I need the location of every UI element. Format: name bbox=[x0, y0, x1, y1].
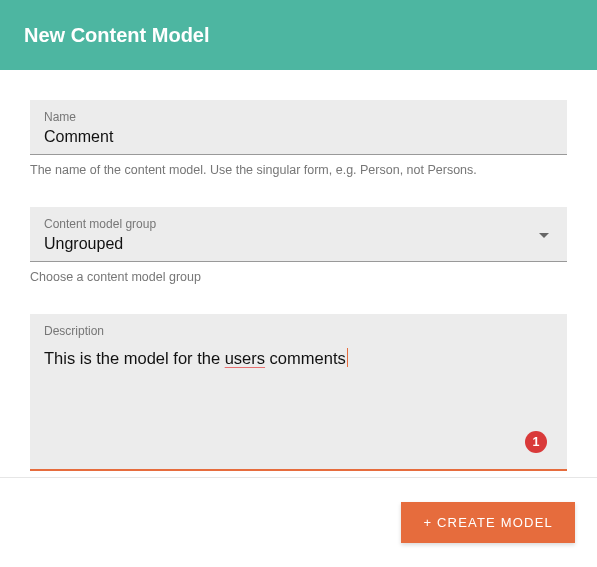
name-input-box[interactable]: Name bbox=[30, 100, 567, 155]
description-input-box[interactable]: Description This is the model for the us… bbox=[30, 314, 567, 471]
description-text-pre: This is the model for the bbox=[44, 349, 225, 367]
form-body: Name The name of the content model. Use … bbox=[0, 70, 597, 471]
group-value: Ungrouped bbox=[44, 235, 539, 253]
group-label: Content model group bbox=[44, 217, 539, 231]
description-label: Description bbox=[44, 324, 553, 338]
create-model-button[interactable]: + CREATE MODEL bbox=[401, 502, 575, 543]
text-cursor bbox=[347, 348, 348, 367]
name-helper: The name of the content model. Use the s… bbox=[30, 163, 567, 177]
name-label: Name bbox=[44, 110, 553, 124]
group-select[interactable]: Content model group Ungrouped bbox=[30, 207, 567, 262]
chevron-down-icon bbox=[539, 233, 549, 238]
notification-badge[interactable]: 1 bbox=[525, 431, 547, 453]
description-field-group: Description This is the model for the us… bbox=[30, 314, 567, 471]
dialog-footer: + CREATE MODEL bbox=[0, 477, 597, 567]
group-helper: Choose a content model group bbox=[30, 270, 567, 284]
dialog-header: New Content Model bbox=[0, 0, 597, 70]
name-field-group: Name The name of the content model. Use … bbox=[30, 100, 567, 177]
description-text-spell: users bbox=[225, 349, 265, 367]
dialog-title: New Content Model bbox=[24, 24, 210, 47]
description-textarea[interactable]: This is the model for the users comments bbox=[44, 348, 553, 368]
group-select-content: Content model group Ungrouped bbox=[44, 217, 539, 253]
description-text-post: comments bbox=[265, 349, 346, 367]
group-field-group: Content model group Ungrouped Choose a c… bbox=[30, 207, 567, 284]
name-input[interactable] bbox=[44, 128, 553, 146]
